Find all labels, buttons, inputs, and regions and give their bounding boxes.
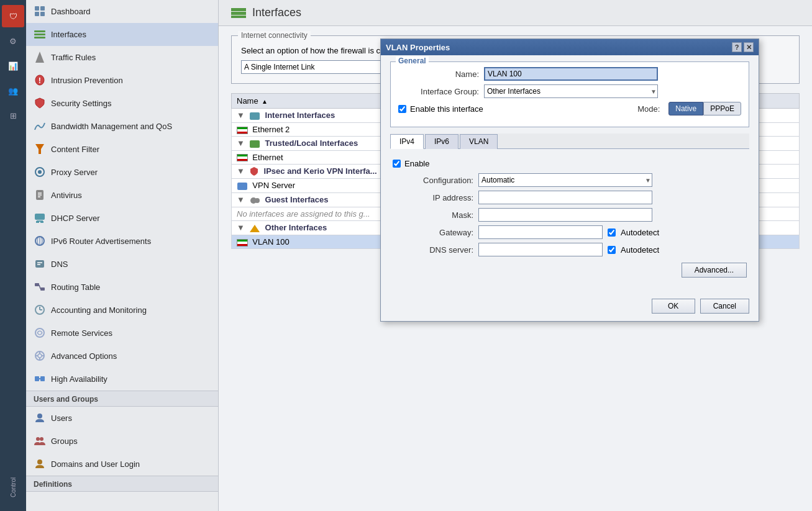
svg-point-43	[37, 414, 42, 418]
ipv6-icon	[34, 235, 46, 247]
sidebar-label-accounting: Accounting and Monitoring	[51, 305, 147, 315]
main-content: Interfaces Internet connectivity Select …	[219, 0, 812, 511]
dashboard-icon	[34, 5, 46, 17]
svg-rect-5	[34, 34, 45, 35]
sidebar-item-proxy[interactable]: Proxy Server	[26, 161, 218, 184]
ipv4-enable-checkbox[interactable]	[393, 160, 401, 168]
svg-point-45	[40, 437, 43, 441]
svg-marker-10	[35, 144, 44, 154]
interface-group-row: Interface Group: Other Interfaces ▼	[398, 84, 741, 98]
icon-bar: 🛡 ⚙ 📊 👥 ⊞ Control	[0, 0, 26, 511]
svg-rect-6	[34, 37, 45, 38]
svg-text:!: !	[39, 76, 41, 85]
section-users-groups: Users and Groups	[26, 391, 218, 407]
svg-line-29	[39, 285, 40, 289]
sidebar-label-proxy: Proxy Server	[51, 168, 98, 177]
sidebar-item-content-filter[interactable]: Content Filter	[26, 138, 218, 161]
mask-row: Mask:	[393, 208, 747, 222]
sidebar-label-dhcp: DHCP Server	[51, 214, 100, 223]
dns-input[interactable]	[478, 243, 603, 256]
sidebar-item-dashboard[interactable]: Dashboard	[26, 0, 218, 23]
tab-ipv6[interactable]: IPv6	[425, 134, 458, 149]
interface-group-select[interactable]: Other Interfaces	[484, 84, 658, 98]
enable-mode-row: Enable this interface Mode: Native PPPoE	[398, 102, 741, 115]
domains-icon	[34, 458, 46, 470]
iconbar-control[interactable]: Control	[2, 469, 24, 506]
sidebar-label-traffic: Traffic Rules	[51, 53, 96, 62]
sidebar-label-ipv6: IPv6 Router Advertisements	[51, 237, 151, 246]
dialog-titlebar: VLAN Properties ? ✕	[381, 39, 759, 55]
svg-rect-1	[40, 6, 45, 11]
security-icon	[34, 97, 46, 109]
ok-button[interactable]: OK	[652, 299, 695, 314]
sidebar-item-bandwidth[interactable]: Bandwidth Management and QoS	[26, 115, 218, 138]
svg-rect-41	[40, 376, 45, 381]
mode-pppoe-btn[interactable]: PPPoE	[703, 102, 741, 115]
sidebar-item-groups[interactable]: Groups	[26, 430, 218, 453]
ha-icon	[34, 373, 46, 385]
iconbar-shield[interactable]: 🛡	[2, 5, 24, 27]
iconbar-grid[interactable]: ⊞	[2, 104, 24, 127]
svg-rect-3	[40, 12, 45, 16]
gateway-autodetect-checkbox[interactable]	[608, 228, 616, 237]
svg-rect-0	[35, 6, 39, 11]
mode-native-btn[interactable]: Native	[668, 102, 703, 115]
general-group-box: General Name: Interface Group: Other Int…	[390, 61, 749, 127]
svg-rect-17	[35, 214, 45, 220]
sidebar-item-intrusion[interactable]: ! Intrusion Prevention	[26, 69, 218, 92]
advanced-button[interactable]: Advanced...	[682, 263, 747, 278]
sidebar-label-advanced: Advanced Options	[51, 351, 117, 361]
sidebar-item-ha[interactable]: High Availability	[26, 368, 218, 391]
dialog-titlebar-buttons: ? ✕	[732, 42, 754, 52]
sidebar-item-advanced[interactable]: Advanced Options	[26, 345, 218, 368]
svg-marker-7	[35, 52, 44, 63]
dns-icon	[34, 258, 46, 270]
sidebar-item-users[interactable]: Users	[26, 407, 218, 430]
cancel-button[interactable]: Cancel	[700, 299, 749, 314]
tab-ipv4[interactable]: IPv4	[390, 134, 424, 149]
dialog-title: VLAN Properties	[386, 43, 450, 52]
groups-icon	[34, 435, 46, 447]
svg-point-46	[37, 459, 42, 464]
dns-row: DNS server: Autodetect	[393, 243, 747, 256]
vlan-properties-dialog: VLAN Properties ? ✕ General Name:	[380, 38, 759, 322]
iconbar-users[interactable]: 👥	[2, 79, 24, 102]
sidebar-item-domains[interactable]: Domains and User Login	[26, 453, 218, 476]
sidebar-label-security: Security Settings	[51, 99, 112, 108]
sidebar-item-traffic-rules[interactable]: Traffic Rules	[26, 46, 218, 69]
iconbar-chart[interactable]: 📊	[2, 55, 24, 77]
name-input[interactable]	[484, 67, 658, 81]
sidebar-item-security[interactable]: Security Settings	[26, 92, 218, 115]
mode-label: Mode:	[637, 104, 660, 114]
mask-label: Mask:	[393, 210, 473, 220]
sidebar-item-antivirus[interactable]: Antivirus	[26, 184, 218, 207]
sidebar-item-dns[interactable]: DNS	[26, 253, 218, 276]
gateway-input[interactable]	[478, 225, 603, 239]
svg-rect-40	[35, 376, 39, 381]
enable-checkbox[interactable]	[398, 105, 406, 113]
sidebar-item-accounting[interactable]: Accounting and Monitoring	[26, 299, 218, 322]
sidebar-label-groups: Groups	[51, 436, 78, 446]
name-row: Name:	[398, 67, 741, 81]
users-list-icon	[34, 412, 46, 424]
config-select[interactable]: Automatic	[478, 173, 652, 187]
tab-vlan[interactable]: VLAN	[460, 134, 498, 149]
sidebar-item-remote[interactable]: Remote Services	[26, 322, 218, 345]
name-label: Name:	[398, 70, 479, 79]
sidebar-item-ipv6[interactable]: IPv6 Router Advertisements	[26, 230, 218, 253]
sidebar-item-interfaces[interactable]: Interfaces	[26, 23, 218, 46]
dialog-help-btn[interactable]: ?	[732, 42, 742, 52]
remote-icon	[34, 327, 46, 339]
dns-autodetect-checkbox[interactable]	[608, 246, 616, 254]
mask-input[interactable]	[478, 208, 652, 222]
dialog-close-btn[interactable]: ✕	[744, 42, 754, 52]
enable-label: Enable this interface	[410, 104, 483, 114]
dialog-body: General Name: Interface Group: Other Int…	[381, 55, 759, 294]
sidebar-item-routing[interactable]: Routing Table	[26, 276, 218, 299]
iconbar-gear[interactable]: ⚙	[2, 30, 24, 52]
ip-input[interactable]	[478, 191, 652, 204]
gateway-label: Gateway:	[393, 228, 473, 237]
routing-icon	[34, 281, 46, 293]
svg-rect-27	[35, 283, 39, 286]
sidebar-item-dhcp[interactable]: DHCP Server	[26, 207, 218, 230]
